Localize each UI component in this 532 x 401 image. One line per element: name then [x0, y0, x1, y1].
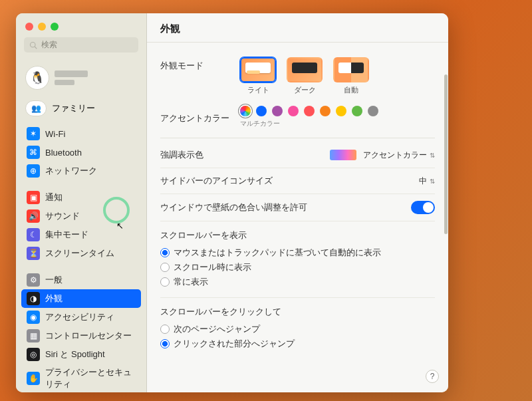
search-icon	[29, 41, 37, 49]
sidebar-item-label: 通知	[45, 192, 63, 203]
appearance-mode-option[interactable]: ダーク	[287, 57, 323, 95]
sidebar-item-icon: ⊕	[27, 164, 40, 178]
sidebar-item[interactable]: ⌘Bluetooth	[21, 143, 141, 162]
scrollbar-click-section: スクロールバーをクリックして 次のページへジャンプクリックされた部分へジャンプ	[160, 298, 435, 359]
scrollbar-show-option[interactable]: マウスまたはトラックパッドに基づいて自動的に表示	[160, 245, 435, 260]
highlight-label: 強調表示色	[160, 149, 203, 161]
accent-color-swatch[interactable]	[320, 106, 331, 116]
accent-color-swatch[interactable]	[272, 106, 283, 116]
chevron-updown-icon: ⇅	[430, 178, 435, 185]
mode-thumbnail	[333, 57, 369, 82]
sidebar-item[interactable]: ▣通知	[21, 188, 141, 207]
scrollbar-show-section: スクロールバーを表示 マウスまたはトラックパッドに基づいて自動的に表示スクロール…	[160, 221, 435, 298]
radio-icon	[160, 263, 170, 272]
appearance-mode-row: 外観モード ライトダーク自動	[160, 52, 435, 100]
sidebar-size-label: サイドバーのアイコンサイズ	[160, 175, 273, 187]
sidebar-item-label: 集中モード	[45, 229, 88, 241]
main-content: 外観 外観モード ライトダーク自動 アクセントカラー マルチカラー 強調表示色	[147, 13, 448, 392]
close-button[interactable]	[25, 23, 33, 31]
sidebar-item-label: Bluetooth	[45, 148, 82, 158]
scrollbar-click-option[interactable]: 次のページへジャンプ	[160, 322, 435, 336]
radio-label: スクロール時に表示	[174, 261, 251, 273]
chevron-updown-icon: ⇅	[430, 152, 435, 159]
help-button[interactable]: ?	[426, 370, 439, 383]
highlight-dropdown[interactable]: アクセントカラー ⇅	[330, 150, 435, 161]
mode-label-text: ダーク	[287, 85, 323, 95]
sidebar-item-icon: ◉	[27, 311, 40, 324]
radio-icon	[160, 339, 170, 348]
sidebar-item[interactable]: ◑外観	[21, 289, 141, 308]
family-label: ファミリー	[52, 102, 95, 114]
sidebar-size-dropdown[interactable]: 中 ⇅	[419, 176, 435, 187]
sidebar-item[interactable]: ◉アクセシビリティ	[21, 308, 141, 327]
sidebar-item[interactable]: ⏳スクリーンタイム	[21, 244, 141, 263]
accent-color-swatch[interactable]	[240, 106, 251, 116]
highlight-swatch-icon	[330, 150, 356, 160]
cursor-pointer-icon: ↖	[116, 221, 124, 231]
wallpaper-tint-label: ウインドウで壁紙の色合い調整を許可	[160, 201, 307, 213]
sidebar-item-label: Siri と Spotlight	[45, 348, 105, 360]
radio-icon	[160, 325, 170, 334]
accent-label: アクセントカラー	[160, 110, 240, 124]
accent-color-swatch[interactable]	[336, 106, 346, 116]
user-name-redacted	[55, 70, 88, 77]
sidebar-item[interactable]: ⊕ネットワーク	[21, 162, 141, 180]
zoom-button[interactable]	[51, 23, 59, 31]
sidebar-item-icon: ▣	[27, 191, 40, 204]
sidebar-item[interactable]: ✶Wi-Fi	[21, 124, 141, 143]
svg-line-1	[35, 47, 37, 49]
mode-thumbnail	[240, 57, 276, 82]
scrollbar-show-option[interactable]: 常に表示	[160, 275, 435, 289]
sidebar: 検索 🐧 👥 ファミリー ✶Wi-Fi⌘Bluetooth⊕ネットワーク▣通知🔊…	[16, 13, 147, 392]
appearance-mode-option[interactable]: 自動	[333, 57, 369, 95]
sidebar-item-icon: ◑	[27, 292, 40, 305]
sidebar-item-icon: ✶	[27, 127, 40, 140]
scrollbar-show-label: スクロールバーを表示	[160, 229, 435, 241]
scrollbar-show-option[interactable]: スクロール時に表示	[160, 260, 435, 275]
accent-color-swatch[interactable]	[304, 106, 315, 116]
sidebar-item-icon: ⏳	[27, 247, 40, 260]
sidebar-item-icon: ◎	[27, 348, 40, 361]
mode-label: 外観モード	[160, 57, 240, 72]
sidebar-item-label: コントロールセンター	[45, 330, 132, 342]
scrollbar-click-option[interactable]: クリックされた部分へジャンプ	[160, 336, 435, 351]
divider	[160, 138, 435, 138]
sidebar-item[interactable]: ⚙一般	[21, 271, 141, 289]
mode-thumbnail	[287, 57, 323, 82]
accent-color-swatch[interactable]	[352, 106, 362, 116]
sidebar-item-label: サウンド	[45, 210, 80, 222]
accent-color-row: アクセントカラー マルチカラー	[160, 100, 435, 134]
sidebar-item-label: ネットワーク	[45, 165, 97, 177]
wallpaper-tint-toggle[interactable]	[411, 201, 435, 214]
sidebar-scrollbar[interactable]	[444, 74, 448, 234]
sidebar-item[interactable]: ▦コントロールセンター	[21, 327, 141, 345]
settings-window: 検索 🐧 👥 ファミリー ✶Wi-Fi⌘Bluetooth⊕ネットワーク▣通知🔊…	[16, 13, 448, 392]
radio-icon	[160, 248, 170, 257]
sidebar-item[interactable]: ✋プライバシーとセキュリティ	[21, 364, 141, 392]
sidebar-item-label: Wi-Fi	[45, 129, 65, 139]
sidebar-item-icon: 🔊	[27, 209, 40, 223]
search-field[interactable]: 検索	[24, 37, 138, 53]
scrollbar-click-label: スクロールバーをクリックして	[160, 306, 435, 318]
accent-color-swatch[interactable]	[256, 106, 267, 116]
apple-id-row[interactable]: 🐧	[16, 59, 146, 96]
appearance-mode-option[interactable]: ライト	[240, 57, 276, 95]
wallpaper-tint-row: ウインドウで壁紙の色合い調整を許可	[160, 194, 435, 221]
mode-label-text: ライト	[240, 85, 276, 95]
family-row[interactable]: 👥 ファミリー	[16, 96, 146, 123]
minimize-button[interactable]	[38, 23, 46, 31]
radio-icon	[160, 277, 170, 287]
mode-label-text: 自動	[333, 85, 369, 95]
avatar: 🐧	[25, 66, 49, 90]
accent-color-swatch[interactable]	[288, 106, 299, 116]
family-avatar-icon: 👥	[25, 100, 47, 116]
sidebar-item-label: アクセシビリティ	[45, 311, 114, 323]
sidebar-icon-size-row[interactable]: サイドバーのアイコンサイズ 中 ⇅	[160, 168, 435, 194]
sidebar-item-icon: ⚙	[27, 273, 40, 287]
accent-color-swatch[interactable]	[368, 106, 378, 116]
sidebar-item[interactable]: ◎Siri と Spotlight	[21, 345, 141, 364]
highlight-color-row[interactable]: 強調表示色 アクセントカラー ⇅	[160, 142, 435, 168]
search-placeholder: 検索	[41, 39, 57, 51]
traffic-lights	[16, 13, 146, 37]
sidebar-item-icon: ✋	[27, 372, 40, 385]
